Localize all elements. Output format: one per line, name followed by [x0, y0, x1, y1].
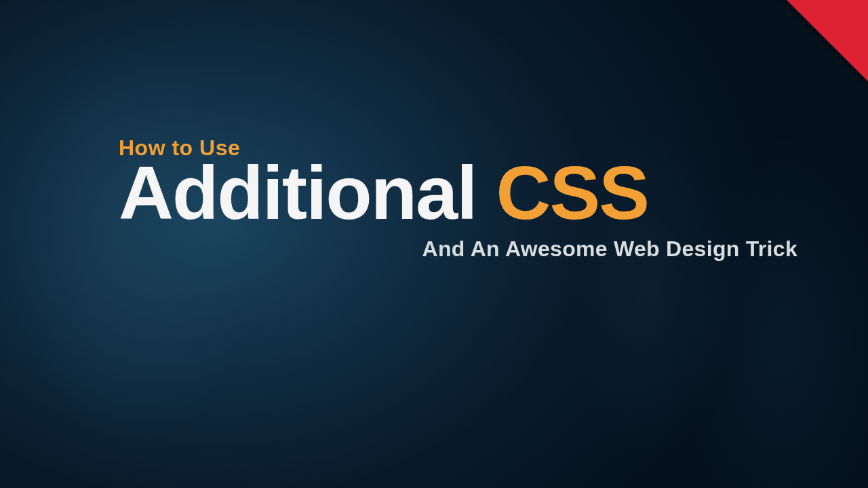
headline-part1: Additional: [119, 150, 476, 235]
title-block: How to Use Additional CSS And An Awesome…: [119, 136, 800, 262]
headline-part2: CSS: [496, 150, 648, 235]
headline: Additional CSS: [119, 155, 800, 231]
corner-ribbon: [787, 0, 868, 81]
subline-text: And An Awesome Web Design Trick: [119, 237, 800, 262]
